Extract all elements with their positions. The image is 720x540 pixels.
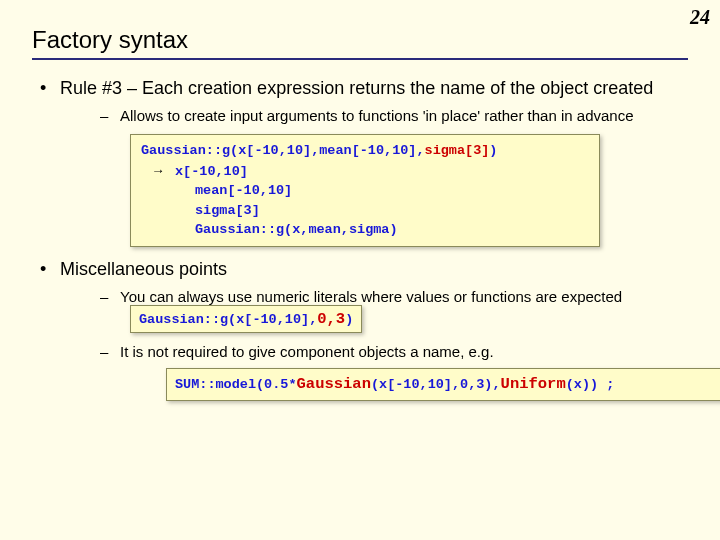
bullet-rule3: Rule #3 – Each creation expression retur… bbox=[32, 78, 688, 247]
bullet-misc-text: Miscellaneous points bbox=[60, 259, 227, 279]
code-line-1: Gaussian::g(x[-10,10],mean[-10,10],sigma… bbox=[141, 141, 589, 161]
code-1c: ) bbox=[489, 143, 497, 158]
code-box-2: Gaussian::g(x[-10,10],0,3) bbox=[130, 305, 362, 333]
code-b3e: (x)) ; bbox=[566, 377, 615, 392]
code-3: mean[-10,10] bbox=[141, 181, 589, 201]
code-b3b: Gaussian bbox=[297, 375, 371, 393]
code-b3c: (x[-10,10],0,3), bbox=[371, 377, 501, 392]
code-b2b: 0,3 bbox=[317, 310, 345, 328]
sub-misc-2-text: It is not required to give component obj… bbox=[120, 343, 494, 360]
sub-misc-1-text: You can always use numeric literals wher… bbox=[120, 288, 622, 305]
code-2: x[-10,10] bbox=[175, 164, 248, 179]
sub-misc-1: You can always use numeric literals wher… bbox=[90, 288, 688, 333]
code-b2c: ) bbox=[345, 312, 353, 327]
code-box-3: SUM::model(0.5*Gaussian(x[-10,10],0,3),U… bbox=[166, 368, 720, 400]
code-5: Gaussian::g(x,mean,sigma) bbox=[141, 220, 589, 240]
sub-misc-2: It is not required to give component obj… bbox=[90, 343, 688, 400]
sub-rule3-text: Allows to create input arguments to func… bbox=[120, 107, 634, 124]
code-b3a: SUM::model(0.5* bbox=[175, 377, 297, 392]
slide-title: Factory syntax bbox=[32, 26, 688, 60]
code-1a: Gaussian::g(x[-10,10],mean[-10,10], bbox=[141, 143, 425, 158]
sub-misc-1-wrap: You can always use numeric literals wher… bbox=[120, 288, 688, 333]
bullet-rule3-text: Rule #3 – Each creation expression retur… bbox=[60, 78, 653, 98]
code-b2a: Gaussian::g(x[-10,10], bbox=[139, 312, 317, 327]
page-number: 24 bbox=[690, 6, 710, 29]
code-line-2: →x[-10,10] bbox=[141, 161, 589, 182]
sub-list-2: You can always use numeric literals wher… bbox=[60, 288, 688, 401]
slide: 24 Factory syntax Rule #3 – Each creatio… bbox=[0, 0, 720, 540]
sub-list-1: Allows to create input arguments to func… bbox=[60, 107, 688, 124]
code-box-1: Gaussian::g(x[-10,10],mean[-10,10],sigma… bbox=[130, 134, 600, 247]
arrow-icon: → bbox=[141, 161, 175, 181]
bullet-list: Rule #3 – Each creation expression retur… bbox=[32, 78, 688, 401]
code-4: sigma[3] bbox=[141, 201, 589, 221]
bullet-misc: Miscellaneous points You can always use … bbox=[32, 259, 688, 401]
sub-rule3: Allows to create input arguments to func… bbox=[90, 107, 688, 124]
code-1b: sigma[3] bbox=[425, 143, 490, 158]
code-b3d: Uniform bbox=[501, 375, 566, 393]
